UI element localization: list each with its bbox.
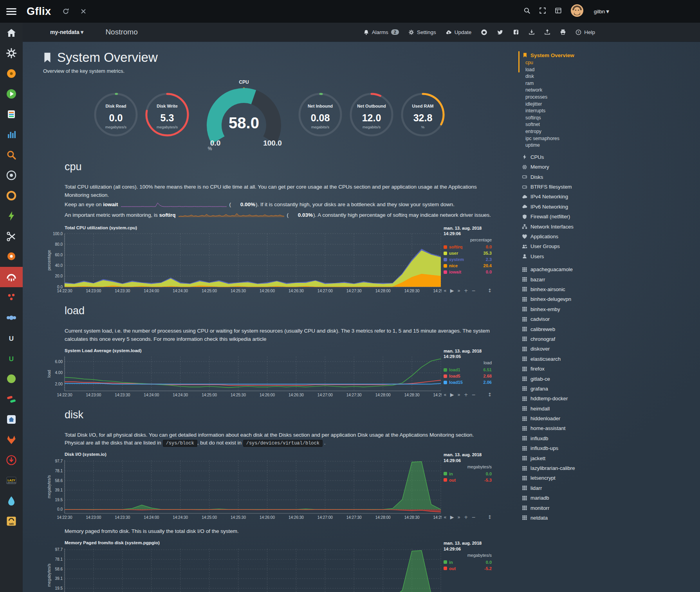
nav-app-bazarr[interactable]: bazarr <box>521 274 700 284</box>
disk-io-chart[interactable]: Disk I/O (system.io) 0.019.539.158.678.1… <box>65 452 495 521</box>
pan-back-button[interactable]: « <box>444 392 447 398</box>
resize-handle[interactable]: ↕ <box>488 288 492 293</box>
nav-subitem-softirqs[interactable]: softirqs <box>525 115 700 122</box>
nav-app-binhex-airsonic[interactable]: binhex-airsonic <box>521 284 700 294</box>
pan-forward-button[interactable]: » <box>457 514 460 520</box>
facebook-icon[interactable] <box>513 29 519 35</box>
nav-subitem-disk[interactable]: disk <box>525 73 700 80</box>
pan-forward-button[interactable]: » <box>457 392 460 398</box>
legend-load1[interactable]: load1 6.51 <box>444 367 492 373</box>
alarms-button[interactable]: Alarms 2 <box>363 29 399 35</box>
cpu-plot[interactable]: 0.020.040.060.080.0100.014:22:3014:23:00… <box>46 231 442 295</box>
rail-app-red-dots-app[interactable] <box>0 287 23 308</box>
import-icon[interactable] <box>529 29 535 35</box>
resize-handle[interactable]: ↕ <box>488 514 492 520</box>
nav-app-binhex-delugevpn[interactable]: binhex-delugevpn <box>521 294 700 304</box>
nav-app-chronograf[interactable]: chronograf <box>521 334 700 344</box>
rail-app-red-download-app[interactable] <box>0 450 23 470</box>
zoom-out-button[interactable]: − <box>471 514 475 520</box>
legend-user[interactable]: user 35.3 <box>444 250 492 256</box>
nav-app-lazylibrarian-calibre[interactable]: lazylibrarian-calibre <box>521 463 700 473</box>
rail-app-orange-disc-app[interactable] <box>0 63 23 84</box>
load-chart[interactable]: System Load Average (system.load) 2.004.… <box>65 348 495 399</box>
nav-app-letsencrypt[interactable]: letsencrypt <box>521 473 700 483</box>
rail-app-netdata[interactable] <box>0 267 23 287</box>
legend-in[interactable]: in 0.0 <box>444 559 492 565</box>
rail-app-water-drop-app[interactable] <box>0 491 23 511</box>
nav-app-jackett[interactable]: jackett <box>521 453 700 463</box>
nav-subitem-cpu[interactable]: cpu <box>525 59 700 67</box>
rail-app-equalizer-app[interactable] <box>0 124 23 145</box>
play-button[interactable]: ▶ <box>450 288 454 293</box>
nav-app-elasticsearch[interactable]: elasticsearch <box>521 354 700 364</box>
rail-app-pills-app[interactable] <box>0 389 23 409</box>
play-button[interactable]: ▶ <box>450 392 454 398</box>
nav-app-influxdb[interactable]: influxdb <box>521 434 700 443</box>
rail-app-heimdall-app[interactable] <box>0 409 23 430</box>
nav-app-heimdall[interactable]: heimdall <box>521 403 700 413</box>
nav-subitem-interrupts[interactable]: interrupts <box>525 108 700 115</box>
legend-out[interactable]: out -5.2 <box>444 565 492 572</box>
zoom-in-button[interactable]: + <box>464 392 468 398</box>
nav-subitem-network[interactable]: network <box>525 87 700 94</box>
rail-app-search-app[interactable] <box>0 145 23 165</box>
nav-app-diskover[interactable]: diskover <box>521 344 700 354</box>
update-button[interactable]: Update <box>446 29 472 35</box>
print-icon[interactable] <box>560 29 566 35</box>
nav-app-calibreweb[interactable]: calibreweb <box>521 324 700 334</box>
legend-system[interactable]: system 2.3 <box>444 256 492 263</box>
nav-subitem-ipc-semaphores[interactable]: ipc semaphores <box>525 135 700 142</box>
nav-section-network-interfaces[interactable]: Network Interfaces <box>521 221 700 231</box>
search-icon[interactable] <box>523 7 530 16</box>
cpu-chart[interactable]: Total CPU utilization (system.cpu) 0.020… <box>65 225 495 295</box>
nav-section-ipv6-networking[interactable]: IPv6 Networking <box>521 202 700 212</box>
pan-forward-button[interactable]: » <box>457 288 460 293</box>
rail-app-u-green-app[interactable]: U <box>0 348 23 369</box>
github-icon[interactable] <box>481 29 487 36</box>
nav-subitem-ram[interactable]: ram <box>525 80 700 87</box>
avatar[interactable] <box>570 4 584 19</box>
nav-subitem-uptime[interactable]: uptime <box>525 142 700 149</box>
rail-app-scissors-app[interactable] <box>0 226 23 247</box>
hamburger-menu-icon[interactable] <box>6 7 16 16</box>
nav-subitem-load[interactable]: load <box>525 67 700 74</box>
zoom-out-button[interactable]: − <box>471 288 475 293</box>
legend-out[interactable]: out -5.3 <box>444 477 492 483</box>
nav-app-netdata[interactable]: netdata <box>521 513 700 523</box>
nav-app-mariadb[interactable]: mariadb <box>521 493 700 503</box>
legend-iowait[interactable]: iowait 0.0 <box>444 269 492 275</box>
nav-app-lidarr[interactable]: lidarr <box>521 483 700 493</box>
rail-app-target-app[interactable] <box>0 165 23 185</box>
resize-handle[interactable]: ↕ <box>488 392 492 398</box>
legend-in[interactable]: in 0.0 <box>444 471 492 477</box>
rail-app-home[interactable] <box>0 23 23 43</box>
nav-section-system-overview[interactable]: System Overview <box>522 51 700 59</box>
rail-app-green-circle-app[interactable] <box>0 369 23 389</box>
disk-plot[interactable]: 0.019.539.158.678.197.714:22:3014:23:001… <box>46 458 442 521</box>
user-menu[interactable]: gilbn ▼ <box>592 9 609 14</box>
nav-app-grafana[interactable]: grafana <box>521 384 700 394</box>
legend-nice[interactable]: nice 20.4 <box>444 263 492 269</box>
nav-app-firefox[interactable]: firefox <box>521 364 700 374</box>
nav-subitem-processes[interactable]: processes <box>525 94 700 101</box>
nav-section-ipv4-networking[interactable]: IPv4 Networking <box>521 192 700 202</box>
rail-app-orange-ring-app[interactable] <box>0 185 23 206</box>
nav-section-users[interactable]: Users <box>521 252 700 261</box>
nav-app-hiddenloader[interactable]: hiddenloader <box>521 414 700 423</box>
zoom-out-button[interactable]: − <box>471 392 475 398</box>
zoom-in-button[interactable]: + <box>464 288 468 293</box>
nav-app-monitorr[interactable]: monitorr <box>521 503 700 513</box>
windows-icon[interactable] <box>555 7 562 16</box>
rail-app-gitlab-app[interactable] <box>0 430 23 450</box>
twitter-icon[interactable] <box>497 29 503 36</box>
nav-section-disks[interactable]: Disks <box>521 172 700 182</box>
export-icon[interactable] <box>544 29 550 35</box>
nav-app-cadvisor[interactable]: cadvisor <box>521 314 700 324</box>
legend-load15[interactable]: load15 2.06 <box>444 379 492 385</box>
nav-section-memory[interactable]: Memory <box>521 162 700 172</box>
rail-app-green-play-app[interactable] <box>0 84 23 104</box>
rail-app-u-dark-app[interactable]: U <box>0 328 23 348</box>
play-button[interactable]: ▶ <box>450 514 454 520</box>
rail-app-lazylibrarian-app[interactable]: LAZYLIBRARIAN <box>0 470 23 491</box>
nav-app-apacheguacamole[interactable]: apacheguacamole <box>521 265 700 274</box>
